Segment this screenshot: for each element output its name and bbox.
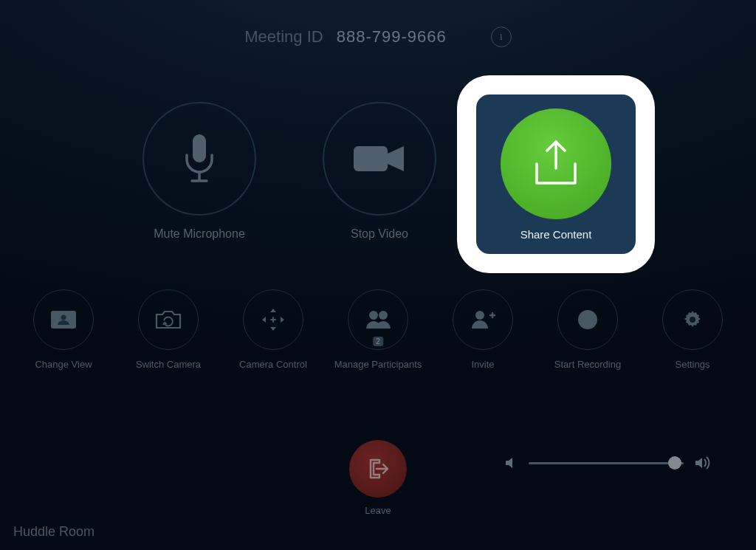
mute-microphone-label: Mute Microphone — [154, 227, 245, 241]
invite-label: Invite — [471, 359, 494, 370]
settings-label: Settings — [676, 359, 710, 370]
invite-icon — [468, 308, 498, 331]
volume-slider[interactable] — [529, 462, 684, 464]
info-icon[interactable]: i — [491, 27, 512, 47]
svg-point-5 — [61, 315, 66, 320]
leave-button[interactable] — [349, 440, 407, 498]
volume-thumb[interactable] — [668, 456, 681, 470]
share-upload-icon — [525, 136, 587, 192]
camera-control-button[interactable]: Camera Control — [235, 289, 312, 370]
switch-camera-icon — [153, 307, 184, 332]
svg-rect-0 — [193, 134, 206, 162]
meeting-header: Meeting ID 888-799-9666 i — [0, 27, 756, 47]
svg-point-8 — [369, 311, 378, 320]
change-view-icon — [49, 309, 78, 331]
stop-video-button[interactable]: Stop Video — [323, 102, 436, 241]
svg-rect-3 — [354, 146, 388, 171]
volume-control — [504, 456, 712, 470]
secondary-controls: Change View Switch Camera — [0, 289, 756, 370]
participants-count-badge: 2 — [373, 337, 383, 346]
participants-icon — [362, 308, 394, 331]
mute-microphone-button[interactable]: Mute Microphone — [142, 102, 256, 241]
invite-button[interactable]: Invite — [444, 289, 521, 370]
meeting-id-label: Meeting ID — [244, 27, 323, 47]
manage-participants-button[interactable]: 2 Manage Participants — [340, 289, 416, 370]
volume-low-icon — [504, 456, 518, 470]
switch-camera-label: Switch Camera — [136, 359, 201, 370]
svg-point-13 — [578, 310, 597, 329]
gear-icon — [681, 308, 704, 331]
change-view-label: Change View — [35, 359, 92, 370]
video-camera-icon — [351, 140, 408, 177]
svg-point-9 — [379, 311, 388, 320]
svg-point-14 — [690, 317, 695, 323]
change-view-button[interactable]: Change View — [25, 289, 102, 370]
settings-button[interactable]: Settings — [654, 289, 731, 370]
meeting-id-value: 888-799-9666 — [337, 27, 447, 47]
start-recording-label: Start Recording — [554, 359, 621, 370]
room-name: Huddle Room — [13, 524, 94, 540]
switch-camera-button[interactable]: Switch Camera — [130, 289, 207, 370]
svg-point-10 — [475, 311, 484, 320]
share-content-button[interactable] — [501, 109, 611, 219]
volume-high-icon — [694, 456, 712, 470]
share-content-label: Share Content — [520, 228, 592, 241]
share-content-highlight: Share Content — [457, 75, 655, 273]
manage-participants-label: Manage Participants — [334, 359, 422, 370]
leave-icon — [365, 456, 391, 482]
stop-video-label: Stop Video — [351, 227, 408, 241]
camera-control-label: Camera Control — [239, 359, 307, 370]
leave-label: Leave — [365, 505, 391, 516]
record-icon — [575, 307, 600, 332]
camera-control-icon — [257, 303, 289, 336]
start-recording-button[interactable]: Start Recording — [549, 289, 626, 370]
microphone-icon — [179, 131, 219, 186]
